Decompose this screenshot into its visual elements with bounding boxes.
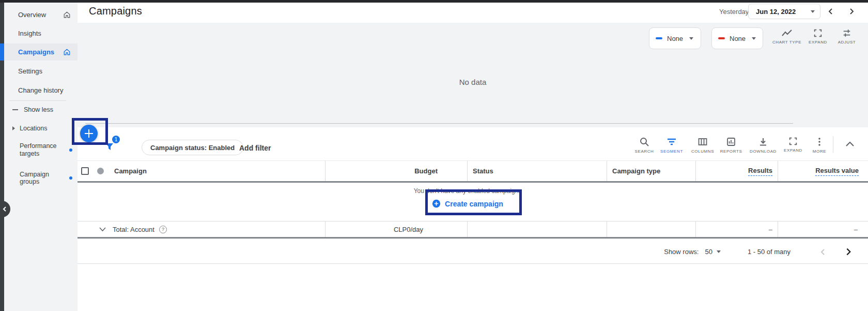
filter-funnel-icon[interactable] (104, 142, 115, 152)
column-header-campaign[interactable]: Campaign (78, 161, 326, 181)
sidebar-item-change-history[interactable]: Change history (4, 83, 78, 97)
metric-select-value: None (667, 35, 683, 42)
show-rows-label: Show rows: (664, 248, 699, 256)
date-prev-button[interactable] (826, 6, 836, 17)
sidebar-item-label: Performance targets (20, 142, 69, 158)
table-pagination-bar: Show rows: 50 1 - 50 of many (78, 240, 868, 264)
total-cell-campaign: Total: Account (78, 221, 326, 237)
metric-select-value: None (730, 35, 746, 42)
column-header-budget[interactable]: Budget (326, 161, 468, 181)
total-results-value-value: – (854, 226, 858, 233)
column-label: Results (748, 167, 772, 176)
sidebar-item-settings[interactable]: Settings (4, 64, 78, 78)
metric-select-2[interactable]: None (711, 27, 763, 49)
minus-icon (12, 109, 18, 110)
plus-icon (85, 129, 93, 138)
expand-icon (813, 28, 823, 38)
series-color-dash (656, 37, 662, 39)
sidebar-item-campaigns[interactable]: Campaigns (4, 43, 78, 61)
expand-icon (788, 137, 798, 146)
total-cell-results: – (696, 221, 778, 237)
chart-adjust-label: ADJUST (838, 40, 856, 45)
chevron-down-icon[interactable] (99, 227, 106, 232)
plus-circle-icon (432, 199, 441, 208)
sidebar-item-label: Settings (18, 67, 71, 75)
toolbar-label: REPORTS (720, 149, 742, 154)
page-next-button[interactable] (842, 246, 854, 258)
column-label: Campaign type (612, 167, 660, 175)
total-budget-value: CLP0/day (394, 226, 423, 233)
sidebar-divider (9, 100, 66, 101)
notification-dot (69, 149, 72, 152)
sidebar-item-label: Overview (18, 11, 63, 19)
total-cell-results-value: – (778, 221, 868, 237)
column-label: Status (473, 167, 493, 175)
sidebar-item-locations[interactable]: Locations (4, 125, 78, 132)
date-range-picker[interactable]: Jun 12, 2022 (748, 4, 820, 19)
toolbar-more-button[interactable]: MORE (805, 137, 834, 154)
toolbar-expand-button[interactable]: EXPAND (779, 137, 808, 153)
toolbar-label: EXPAND (784, 148, 802, 153)
chevron-right-icon (12, 126, 15, 130)
sidebar-item-performance-targets[interactable]: Performance targets (4, 142, 78, 158)
metric-select-1[interactable]: None (649, 27, 701, 49)
series-color-dash (718, 37, 725, 39)
sidebar-item-insights[interactable]: Insights (4, 26, 78, 40)
chevron-down-icon[interactable] (717, 250, 721, 253)
chevron-down-icon (811, 10, 815, 13)
toolbar-segment-button[interactable]: SEGMENT (657, 137, 686, 154)
home-icon (63, 11, 71, 19)
empty-state-message: You don't have any enabled campaigns (78, 187, 858, 195)
select-all-checkbox[interactable] (81, 167, 89, 175)
add-filter-button[interactable]: Add filter (239, 144, 271, 152)
columns-icon (698, 137, 708, 147)
toolbar-label: DOWNLOAD (750, 149, 777, 154)
table-header-row: Campaign Budget Status Campaign type Res… (78, 160, 868, 183)
sidebar-item-campaign-groups[interactable]: Campaign groups (4, 171, 78, 185)
create-campaign-button[interactable]: Create campaign (78, 199, 858, 208)
more-vertical-icon (814, 137, 825, 147)
collapse-table-button[interactable] (845, 141, 855, 147)
date-preset-label: Yesterday (719, 8, 749, 16)
total-cell-campaign-type (607, 221, 696, 237)
sidebar-item-label: Locations (20, 125, 48, 132)
toolbar-columns-button[interactable]: COLUMNS (688, 137, 717, 154)
show-rows-select[interactable]: 50 (705, 248, 712, 256)
toolbar-label: MORE (813, 149, 826, 154)
total-results-value: – (769, 226, 772, 233)
chevron-down-icon (752, 37, 756, 40)
chart-adjust-button[interactable]: ADJUST (831, 28, 863, 45)
table-total-row: Total: Account CLP0/day – – (78, 221, 868, 239)
total-cell-status (468, 221, 607, 237)
status-filter-dot[interactable] (97, 168, 104, 174)
toolbar-search-button[interactable]: SEARCH (630, 137, 659, 154)
column-header-results[interactable]: Results (696, 161, 778, 181)
toolbar-download-button[interactable]: DOWNLOAD (749, 137, 778, 154)
filter-chip-campaign-status[interactable]: Campaign status: Enabled (142, 140, 243, 155)
column-label: Budget (414, 167, 438, 175)
chevron-left-icon (2, 206, 8, 212)
column-header-results-value[interactable]: Results value (778, 161, 868, 181)
show-less-button[interactable]: Show less (4, 106, 78, 113)
sidebar-item-label: Change history (18, 86, 71, 94)
date-next-button[interactable] (846, 6, 857, 17)
search-icon (639, 137, 649, 147)
segment-icon (667, 137, 677, 147)
filter-count-badge: 1 (112, 136, 120, 143)
sidebar-item-label: Insights (18, 29, 71, 37)
new-campaign-fab[interactable] (80, 125, 98, 142)
sidebar-item-overview[interactable]: Overview (4, 7, 78, 22)
column-label: Results value (815, 167, 859, 176)
page-prev-button[interactable] (817, 246, 829, 258)
sidebar-item-label: Campaign groups (20, 171, 69, 185)
chart-empty-message: No data (78, 78, 868, 86)
chevron-down-icon (689, 37, 693, 40)
column-header-status[interactable]: Status (468, 161, 607, 181)
toolbar-reports-button[interactable]: REPORTS (717, 137, 746, 154)
help-icon[interactable] (159, 226, 167, 233)
chart-type-button[interactable]: CHART TYPE (771, 28, 803, 45)
chart-expand-label: EXPAND (809, 40, 827, 45)
column-header-campaign-type[interactable]: Campaign type (607, 161, 696, 181)
chart-axis-line (85, 123, 793, 124)
chart-expand-button[interactable]: EXPAND (802, 28, 834, 45)
